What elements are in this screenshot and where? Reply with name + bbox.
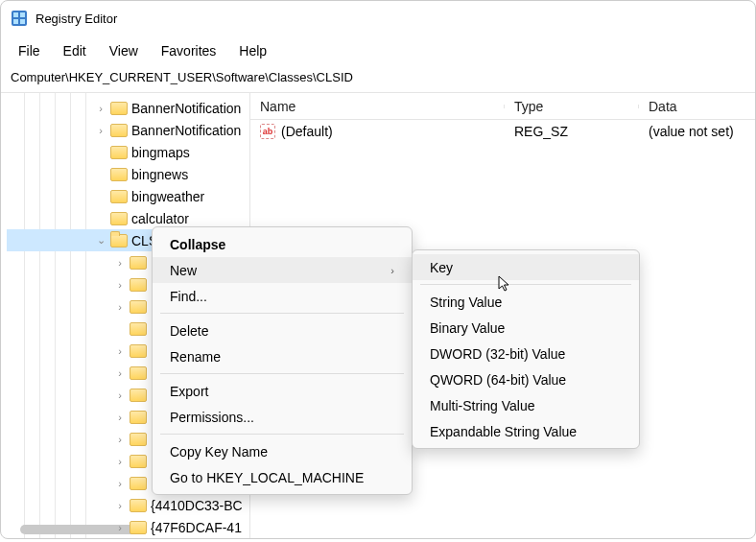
chevron-right-icon: › — [390, 265, 394, 276]
folder-icon — [110, 168, 128, 181]
twisty-icon[interactable]: › — [114, 367, 126, 379]
menu-separator — [160, 434, 404, 435]
menu-item-label: New — [170, 263, 197, 278]
menu-item-label: DWORD (32-bit) Value — [430, 346, 565, 362]
twisty-icon[interactable]: › — [95, 103, 106, 114]
menu-view[interactable]: View — [100, 39, 148, 59]
twisty-icon[interactable]: › — [114, 456, 126, 467]
menu-item[interactable]: Expandable String Value — [413, 418, 639, 444]
tree-node-label: calculator — [131, 211, 189, 226]
value-row[interactable]: ab(Default)REG_SZ(value not set) — [250, 120, 755, 143]
context-submenu-new[interactable]: KeyString ValueBinary ValueDWORD (32-bit… — [412, 249, 640, 449]
twisty-icon[interactable]: › — [114, 279, 126, 291]
tree-node[interactable]: ›BannerNotification — [7, 119, 249, 141]
value-name: (Default) — [281, 124, 333, 139]
twisty-icon[interactable]: › — [114, 434, 126, 445]
menu-item[interactable]: Find... — [153, 283, 412, 309]
menu-bar: File Edit View Favorites Help — [1, 35, 755, 64]
twisty-icon[interactable]: › — [114, 301, 126, 313]
folder-icon — [110, 102, 128, 115]
menu-item-label: Multi-String Value — [430, 398, 534, 413]
menu-item[interactable]: Permissions... — [153, 404, 412, 430]
tree-node[interactable]: ›{47F6DCAF-41 — [7, 516, 249, 538]
folder-icon — [130, 256, 147, 270]
menu-file[interactable]: File — [9, 39, 50, 59]
folder-icon — [130, 322, 147, 336]
folder-icon — [130, 433, 147, 446]
menu-favorites[interactable]: Favorites — [152, 39, 226, 59]
menu-item-label: Delete — [170, 323, 208, 339]
menu-item[interactable]: String Value — [413, 289, 639, 315]
tree-node-label: bingmaps — [131, 145, 190, 160]
menu-item-label: QWORD (64-bit) Value — [430, 372, 566, 388]
tree-node-label: {4410DC33-BC — [151, 498, 243, 513]
menu-item[interactable]: DWORD (32-bit) Value — [413, 341, 639, 366]
tree-node[interactable]: ›BannerNotification — [7, 97, 249, 119]
menu-item-label: Copy Key Name — [170, 444, 268, 460]
twisty-icon[interactable]: › — [95, 125, 106, 136]
menu-item[interactable]: Copy Key Name — [153, 438, 412, 464]
folder-icon — [130, 521, 147, 534]
menu-item-label: Permissions... — [170, 410, 254, 425]
menu-item[interactable]: Multi-String Value — [413, 392, 639, 418]
menu-item[interactable]: Export — [153, 378, 412, 404]
svg-rect-3 — [13, 19, 18, 24]
menu-separator — [420, 284, 631, 285]
twisty-icon[interactable]: › — [114, 478, 126, 489]
folder-icon — [110, 124, 128, 137]
tree-node[interactable]: bingnews — [7, 163, 249, 185]
folder-icon — [130, 499, 147, 512]
col-name[interactable]: Name — [250, 99, 505, 114]
twisty-icon[interactable]: › — [114, 389, 126, 401]
twisty-icon[interactable]: › — [114, 257, 126, 269]
title-bar: Registry Editor — [1, 1, 755, 35]
twisty-icon[interactable]: › — [114, 522, 126, 533]
menu-item[interactable]: Collapse — [153, 231, 412, 257]
folder-icon — [130, 344, 147, 358]
menu-item-label: Expandable String Value — [430, 424, 577, 439]
folder-icon — [130, 411, 147, 424]
menu-item-label: String Value — [430, 295, 502, 310]
folder-icon — [110, 190, 128, 203]
menu-separator — [160, 313, 404, 314]
window-title: Registry Editor — [35, 12, 117, 26]
svg-rect-1 — [13, 12, 18, 17]
svg-rect-2 — [20, 12, 25, 17]
app-icon — [11, 10, 28, 27]
twisty-icon[interactable]: ⌄ — [95, 234, 106, 247]
menu-separator — [160, 373, 404, 374]
tree-node[interactable]: bingweather — [7, 185, 249, 207]
value-list: ab(Default)REG_SZ(value not set) — [250, 120, 755, 143]
menu-item[interactable]: QWORD (64-bit) Value — [413, 366, 639, 392]
menu-item[interactable]: New› — [153, 257, 412, 283]
menu-item[interactable]: Rename — [153, 343, 412, 369]
folder-icon — [130, 278, 147, 292]
tree-node-label: {47F6DCAF-41 — [151, 520, 242, 535]
tree-node-label: bingweather — [131, 189, 204, 204]
col-type[interactable]: Type — [505, 99, 639, 114]
address-bar[interactable]: Computer\HKEY_CURRENT_USER\Software\Clas… — [1, 64, 755, 93]
value-type: REG_SZ — [505, 124, 639, 139]
twisty-icon[interactable]: › — [114, 345, 126, 357]
menu-item-label: Binary Value — [430, 320, 505, 336]
menu-item[interactable]: Delete — [153, 318, 412, 343]
tree-node-label: BannerNotification — [131, 123, 241, 138]
menu-item[interactable]: Go to HKEY_LOCAL_MACHINE — [153, 464, 412, 490]
folder-icon — [130, 477, 147, 490]
col-data[interactable]: Data — [639, 99, 755, 114]
menu-help[interactable]: Help — [229, 39, 276, 59]
twisty-icon[interactable]: › — [114, 412, 126, 423]
context-menu[interactable]: CollapseNew›Find...DeleteRenameExportPer… — [152, 226, 413, 495]
twisty-icon[interactable]: › — [114, 500, 126, 511]
tree-node[interactable]: ›{4410DC33-BC — [7, 494, 249, 516]
value-data: (value not set) — [639, 124, 744, 139]
menu-item[interactable]: Binary Value — [413, 315, 639, 341]
menu-item[interactable]: Key — [413, 254, 639, 280]
tree-node[interactable]: bingmaps — [7, 141, 249, 163]
folder-icon — [110, 212, 128, 225]
folder-icon — [110, 234, 128, 247]
string-value-icon: ab — [260, 124, 275, 139]
column-headers: Name Type Data — [250, 93, 755, 120]
svg-rect-4 — [20, 19, 25, 24]
menu-edit[interactable]: Edit — [54, 39, 96, 59]
